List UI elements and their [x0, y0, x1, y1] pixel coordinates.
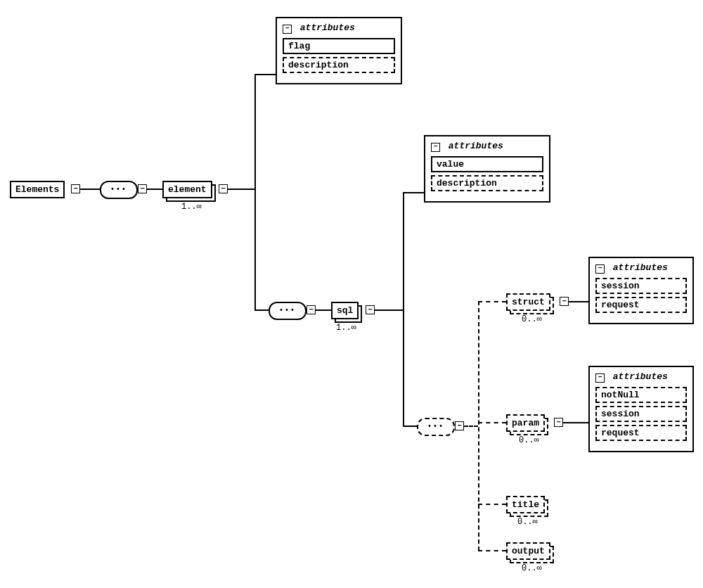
expander-element-attrs[interactable]: − — [283, 25, 292, 34]
connector — [478, 550, 506, 551]
connector — [254, 74, 256, 310]
panel-param-attrs-title: attributes — [613, 371, 668, 382]
expander-param-attrs[interactable]: − — [595, 373, 605, 383]
panel-sql-attrs-header: − attributes — [431, 141, 543, 152]
attr-param-session: session — [595, 406, 687, 422]
connector — [478, 301, 479, 551]
attr-param-notnull: notNull — [595, 387, 687, 403]
node-output: output — [506, 542, 550, 560]
node-elements-label: Elements — [15, 184, 59, 195]
panel-param-attributes: − attributes notNull session request — [588, 366, 694, 452]
panel-struct-attributes: − attributes session request — [588, 257, 694, 324]
cardinality-param: 0..∞ — [519, 435, 539, 445]
schema-diagram: Elements − − element − 1..∞ − attributes… — [0, 0, 703, 588]
connector — [478, 504, 506, 505]
node-element-label: element — [168, 184, 207, 195]
expander-param[interactable]: − — [554, 418, 563, 427]
connector — [403, 192, 404, 426]
panel-struct-attrs-header: − attributes — [595, 262, 687, 274]
compositor-seq-2 — [269, 302, 307, 320]
node-param: param — [506, 414, 545, 432]
expander-struct-attrs[interactable]: − — [595, 264, 605, 274]
node-sql: sql — [331, 302, 359, 319]
connector — [478, 301, 506, 302]
expander-seq-3[interactable]: − — [455, 421, 464, 430]
connector — [228, 188, 254, 190]
attr-description: description — [283, 57, 395, 73]
attr-sql-description: description — [431, 175, 543, 191]
connector — [403, 426, 417, 427]
cardinality-title: 0..∞ — [517, 517, 538, 527]
node-sql-label: sql — [337, 305, 353, 316]
compositor-seq-3 — [417, 418, 455, 436]
attr-flag: flag — [283, 38, 395, 54]
connector — [254, 74, 276, 75]
connector — [464, 426, 478, 427]
connector — [375, 309, 403, 311]
expander-seq-2[interactable]: − — [307, 305, 316, 314]
compositor-seq-1 — [100, 181, 138, 199]
node-output-label: output — [512, 546, 545, 556]
panel-element-attrs-header: − attributes — [283, 23, 395, 34]
node-param-label: param — [512, 418, 539, 428]
cardinality-element: 1..∞ — [181, 202, 202, 212]
connector — [478, 422, 506, 423]
expander-seq-1[interactable]: − — [138, 184, 147, 193]
panel-element-attrs-title: attributes — [300, 23, 355, 33]
expander-element[interactable]: − — [219, 184, 228, 193]
cardinality-sql: 1..∞ — [336, 323, 356, 333]
panel-sql-attrs-title: attributes — [449, 141, 503, 151]
connector — [563, 422, 588, 423]
expander-sql[interactable]: − — [366, 305, 375, 314]
attr-param-request: request — [595, 425, 687, 441]
panel-sql-attributes: − attributes value description — [424, 135, 550, 203]
node-title: title — [506, 496, 545, 513]
panel-struct-attrs-title: attributes — [613, 262, 668, 273]
attr-struct-session: session — [595, 278, 687, 294]
attr-value: value — [431, 156, 543, 172]
node-elements: Elements — [10, 181, 65, 198]
attr-struct-request: request — [595, 297, 687, 313]
connector — [569, 301, 588, 302]
expander-struct[interactable]: − — [560, 297, 569, 306]
cardinality-struct: 0..∞ — [522, 314, 542, 324]
expander-sql-attrs[interactable]: − — [431, 143, 440, 152]
node-struct-label: struct — [512, 297, 545, 307]
panel-element-attributes: − attributes flag description — [276, 17, 402, 84]
connector — [147, 188, 162, 190]
connector — [316, 309, 331, 311]
connector — [254, 309, 269, 311]
node-title-label: title — [512, 499, 539, 510]
panel-param-attrs-header: − attributes — [595, 371, 687, 383]
node-struct: struct — [506, 293, 550, 311]
expander-elements[interactable]: − — [71, 184, 80, 193]
connector — [403, 192, 424, 193]
node-element: element — [162, 181, 212, 198]
connector — [80, 188, 100, 190]
cardinality-output: 0..∞ — [522, 563, 542, 573]
